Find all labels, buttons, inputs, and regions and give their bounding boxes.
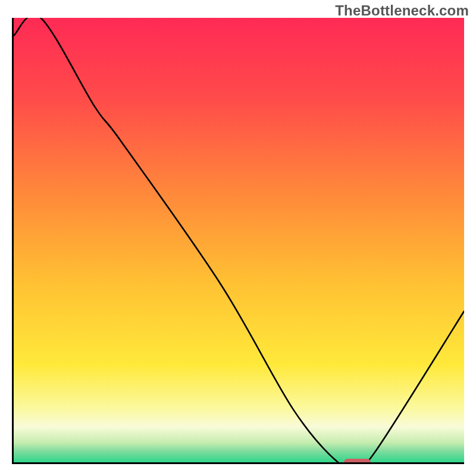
watermark-label: TheBottleneck.com [335, 2, 469, 19]
plot-area [12, 18, 464, 464]
bottleneck-curve [14, 18, 464, 462]
optimal-marker [344, 459, 371, 464]
chart-frame: TheBottleneck.com [0, 0, 476, 476]
